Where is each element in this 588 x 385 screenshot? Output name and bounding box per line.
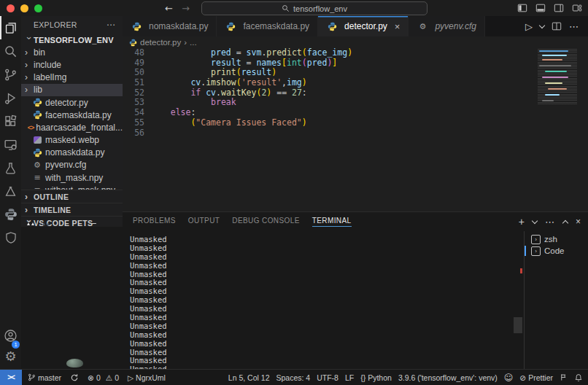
- activity-search[interactable]: [0, 39, 21, 63]
- code-line-53[interactable]: 53 break: [123, 98, 588, 108]
- breadcrumb[interactable]: detector.py › ...: [123, 36, 588, 48]
- task-status[interactable]: ▷ NgrxUml: [128, 373, 166, 382]
- explorer-item-tensorflow-env[interactable]: ›TENSORFLOW_ENV: [21, 34, 123, 46]
- activity-lab[interactable]: [0, 179, 21, 203]
- sync-icon[interactable]: [70, 373, 79, 382]
- terminal-profile-dropdown-icon[interactable]: [532, 217, 538, 223]
- terminal-line: Unmasked: [130, 305, 509, 314]
- close-tab-icon[interactable]: ×: [395, 21, 401, 32]
- activity-remote-explorer[interactable]: [0, 133, 21, 156]
- explorer-item-haarcascade-frontal-[interactable]: <>haarcascade_frontal...: [21, 121, 123, 133]
- toggle-primary-sidebar-icon[interactable]: [517, 3, 527, 13]
- code-editor[interactable]: 48 pred = svm.predict(face_img)49 result…: [123, 48, 588, 211]
- customize-layout-icon[interactable]: [572, 3, 582, 13]
- eol-status[interactable]: LF: [345, 373, 354, 382]
- line-text: print(result): [150, 68, 276, 78]
- toggle-secondary-sidebar-icon[interactable]: [554, 3, 564, 13]
- explorer-item-labelimg[interactable]: ›labelImg: [21, 71, 123, 84]
- line-text: pred = svm.predict(face_img): [150, 48, 352, 58]
- editor-tab-detector-py[interactable]: detector.py×: [318, 16, 409, 36]
- toggle-panel-icon[interactable]: [535, 3, 546, 13]
- item-label: pyvenv.cfg: [45, 160, 86, 170]
- activity-extensions[interactable]: [0, 109, 21, 133]
- panel-tab-problems[interactable]: PROBLEMS: [133, 217, 176, 227]
- activity-source-control[interactable]: [0, 63, 21, 86]
- language-mode-status[interactable]: {} Python: [360, 373, 392, 382]
- zoom-window-button[interactable]: [34, 4, 42, 12]
- explorer-item-lib[interactable]: ›lib: [21, 84, 123, 96]
- activity-explorer[interactable]: [0, 16, 21, 39]
- maximize-panel-icon[interactable]: [562, 219, 568, 225]
- activity-run-debug[interactable]: [0, 86, 21, 109]
- prettier-status[interactable]: ⊘ Prettier: [519, 373, 553, 382]
- line-number: 49: [123, 58, 150, 69]
- editor-tab-nomaskdata-py[interactable]: nomaskdata.py: [123, 16, 217, 36]
- code-line-56[interactable]: 56: [123, 128, 588, 139]
- flag-icon[interactable]: [560, 373, 568, 381]
- settings-button[interactable]: ⚙: [0, 346, 21, 367]
- explorer-item-masked-webp[interactable]: masked.webp: [21, 134, 123, 147]
- panel-tab-debug-console[interactable]: DEBUG CONSOLE: [232, 217, 299, 227]
- panel-more-actions-icon[interactable]: ⋯: [545, 217, 555, 228]
- code-line-50[interactable]: 50 print(result): [123, 68, 588, 78]
- explorer-more-icon[interactable]: ⋯: [107, 20, 115, 30]
- code-line-52[interactable]: 52 if cv.waitKey(2) == 27:: [123, 88, 588, 98]
- sidebar-section-timeline[interactable]: ›TIMELINE: [21, 203, 123, 216]
- explorer-item-pyvenv-cfg[interactable]: ⚙pyvenv.cfg: [21, 159, 123, 171]
- xml-file-icon: <>: [28, 124, 34, 131]
- accounts-button[interactable]: 1: [0, 324, 21, 346]
- split-editor-icon[interactable]: [552, 21, 562, 31]
- explorer-item-include[interactable]: ›include: [21, 58, 123, 71]
- vscode-window: ← → tensorflow_env 1 ⚙: [0, 0, 588, 385]
- explorer-item-detector-py[interactable]: detector.py: [21, 96, 123, 109]
- panel-tab-output[interactable]: OUTPUT: [188, 217, 220, 227]
- run-dropdown-icon[interactable]: [539, 22, 545, 28]
- remote-indicator[interactable]: ><: [0, 370, 22, 385]
- indentation-status[interactable]: Spaces: 4: [276, 373, 310, 382]
- title-bar: ← → tensorflow_env: [0, 0, 588, 17]
- explorer-item-nomaskdata-py[interactable]: nomaskdata.py: [21, 147, 123, 159]
- minimap[interactable]: [538, 49, 577, 104]
- code-line-48[interactable]: 48 pred = svm.predict(face_img): [123, 48, 588, 58]
- panel-tab-terminal[interactable]: TERMINAL: [312, 217, 352, 227]
- new-terminal-icon[interactable]: +: [519, 216, 525, 228]
- python-interpreter-status[interactable]: 3.9.6 ('tensorflow_env': venv): [398, 373, 498, 382]
- cursor-position-status[interactable]: Ln 5, Col 12: [228, 373, 270, 382]
- terminal-output[interactable]: UnmaskedUnmaskedUnmaskedUnmaskedUnmasked…: [130, 236, 509, 370]
- feedback-smiley-icon[interactable]: ☺: [504, 373, 514, 383]
- terminal-instance-zsh[interactable]: ›zsh: [525, 233, 588, 245]
- activity-python[interactable]: [0, 203, 21, 226]
- command-center-search[interactable]: tensorflow_env: [201, 1, 428, 15]
- minimize-window-button[interactable]: [20, 4, 28, 12]
- breadcrumb-more[interactable]: ...: [190, 38, 197, 47]
- git-branch-status[interactable]: master: [28, 373, 61, 382]
- breadcrumb-file[interactable]: detector.py: [140, 38, 181, 47]
- close-panel-icon[interactable]: ×: [576, 217, 581, 227]
- bell-icon[interactable]: [574, 373, 583, 382]
- run-python-file-icon[interactable]: ▷: [525, 21, 533, 32]
- problems-status[interactable]: ⊗0 ⚠0: [88, 373, 119, 382]
- editor-tab-pyvenv-cfg[interactable]: ⚙pyvenv.cfg: [409, 16, 484, 36]
- activity-security[interactable]: [0, 226, 21, 249]
- sidebar-section-outline[interactable]: ›OUTLINE: [21, 190, 123, 203]
- explorer-item-bin[interactable]: ›bin: [21, 46, 123, 58]
- code-line-51[interactable]: 51 cv.imshow('result',img): [123, 78, 588, 88]
- terminal-label: zsh: [544, 235, 557, 244]
- explorer-item-facemaskdata-py[interactable]: facemaskdata.py: [21, 109, 123, 121]
- explorer-item-without-mask-npy[interactable]: ≡without_mask.npy: [21, 184, 123, 190]
- terminal-instance-code[interactable]: ›Code: [525, 245, 588, 257]
- navigate-forward-icon[interactable]: →: [182, 3, 190, 14]
- item-label: haarcascade_frontal...: [36, 122, 123, 133]
- editor-more-actions-icon[interactable]: ⋯: [569, 21, 579, 32]
- code-line-54[interactable]: 54 else:: [123, 108, 588, 118]
- activity-testing[interactable]: [0, 156, 21, 179]
- close-window-button[interactable]: [7, 4, 15, 12]
- explorer-item-with-mask-npy[interactable]: ≡with_mask.npy: [21, 171, 123, 184]
- navigate-back-icon[interactable]: ←: [165, 3, 173, 14]
- encoding-status[interactable]: UTF-8: [317, 373, 339, 382]
- code-line-55[interactable]: 55 ("Camera Issues Faced"): [123, 118, 588, 128]
- pet-rock[interactable]: [66, 359, 83, 368]
- code-line-49[interactable]: 49 result = names[int(pred)]: [123, 58, 588, 69]
- editor-tab-facemaskdata-py[interactable]: facemaskdata.py: [217, 16, 318, 36]
- terminal-scrollbar[interactable]: [514, 317, 522, 333]
